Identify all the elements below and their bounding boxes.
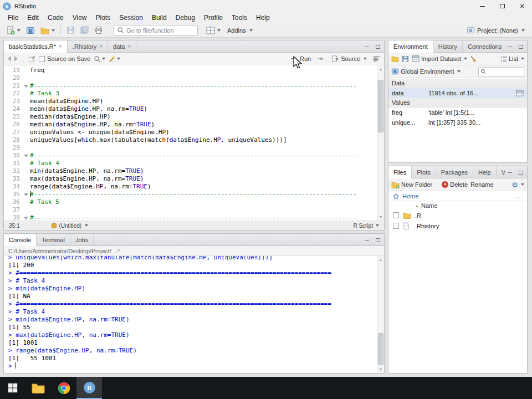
tab-connections[interactable]: Connections [463,40,505,53]
save-button[interactable] [65,25,76,35]
list-view-button[interactable]: List [500,55,524,62]
pane-layout-button[interactable] [204,25,222,35]
checkbox-icon[interactable] [39,56,45,62]
fold-icon[interactable] [23,191,30,198]
save-all-button[interactable] [79,25,90,35]
scroll-down-icon[interactable]: ▼ [377,213,384,221]
pane-minimize-icon[interactable] [362,236,371,244]
code-editor[interactable]: 19freq2021#-----------------------------… [4,65,377,221]
pane-maximize-icon[interactable] [516,168,525,176]
print-button[interactable] [93,25,105,35]
scope-selector[interactable]: (Untitled) [52,223,88,229]
menu-tools[interactable]: Tools [227,12,252,23]
popout-icon[interactable] [28,55,35,63]
tab-files[interactable]: Files [388,166,412,178]
pane-minimize-icon[interactable] [505,168,514,176]
file-row[interactable]: .R [388,210,527,221]
pane-maximize-icon[interactable] [374,43,382,50]
file-name[interactable]: .Rhistory [415,223,439,229]
menu-view[interactable]: View [68,12,91,23]
editor-scrollbar[interactable]: ▲ ▼ [377,65,384,221]
tab-basicstatistics-r[interactable]: basicStatistics.R*× [4,40,68,53]
env-object-row[interactable]: freq'table' int [1:5(1... [388,108,527,117]
scroll-up-icon[interactable]: ▲ [377,256,384,263]
minimize-button[interactable] [472,0,492,12]
taskbar-chrome-button[interactable] [51,377,76,399]
menu-file[interactable]: File [3,12,23,23]
menu-profile[interactable]: Profile [200,12,227,23]
tab-close-icon[interactable]: × [128,44,131,49]
tab-environment[interactable]: Environment [388,40,433,53]
close-button[interactable]: ✕ [512,0,532,12]
source-on-save-checkbox[interactable]: Source on Save [39,55,90,62]
fold-icon[interactable] [23,214,30,221]
menu-session[interactable]: Session [115,12,147,23]
sort-ascending-icon[interactable]: ▲ [415,204,419,208]
new-folder-button[interactable]: New Folder [391,181,432,188]
view-data-icon[interactable] [514,90,524,96]
pane-minimize-icon[interactable] [505,43,514,50]
tab-console[interactable]: Console [4,234,37,246]
file-name[interactable]: .R [415,212,421,219]
tab-history[interactable]: History [433,40,463,53]
menu-code[interactable]: Code [43,12,68,23]
taskbar-file-explorer-button[interactable] [25,377,51,399]
tab-plots[interactable]: Plots [412,166,436,178]
column-header-name[interactable]: Name [421,202,437,209]
menu-plots[interactable]: Plots [91,12,115,23]
find-replace-icon[interactable] [94,55,105,63]
fold-icon[interactable] [23,152,30,160]
delete-button[interactable]: ✕ Delete [442,181,468,188]
load-workspace-icon[interactable] [391,55,399,62]
tab-terminal[interactable]: Terminal [37,234,70,246]
pane-maximize-icon[interactable] [516,43,525,50]
taskbar-start-button[interactable] [0,377,25,399]
fold-icon[interactable] [23,82,30,90]
menu-debug[interactable]: Debug [171,12,200,23]
console-output[interactable]: > uniqueValues[which.max(tabulate(match(… [4,256,377,373]
environment-search-input[interactable] [488,69,522,75]
env-object-row[interactable]: data11914 obs. of 16... [388,88,527,98]
import-dataset-button[interactable]: Import Dataset [412,55,467,62]
menu-edit[interactable]: Edit [23,12,43,23]
menu-build[interactable]: Build [147,12,171,23]
tab-viewer[interactable]: Viewer [497,166,505,178]
global-environment-selector[interactable]: R Global Environment [391,68,461,75]
menu-help[interactable]: Help [252,12,274,23]
scroll-up-icon[interactable]: ▲ [377,65,384,73]
new-file-button[interactable] [4,25,22,36]
save-workspace-icon[interactable] [402,55,409,63]
goto-file-box[interactable] [114,25,198,35]
tab-help[interactable]: Help [473,166,497,178]
scrollbar-thumb[interactable] [378,80,383,132]
more-button[interactable]: ⚙ [511,181,524,188]
maximize-button[interactable] [492,0,512,12]
file-type-selector[interactable]: R Script [353,223,379,229]
forward-icon[interactable] [14,56,18,62]
tab-jobs[interactable]: Jobs [70,234,94,246]
file-checkbox[interactable] [393,212,399,218]
new-project-button[interactable]: R [24,25,37,36]
environment-search-box[interactable] [478,67,524,76]
scrollbar-thumb[interactable] [378,333,383,365]
code-tools-icon[interactable] [109,55,120,63]
open-file-button[interactable] [39,25,57,35]
tab-packages[interactable]: Packages [436,166,473,178]
tab-close-icon[interactable]: × [59,44,62,49]
clear-objects-icon[interactable] [470,55,477,63]
taskbar-rstudio-button[interactable]: R [76,377,102,399]
breadcrumb-home[interactable]: Home [402,193,418,200]
tab-data[interactable]: data× [108,40,136,53]
goto-file-input[interactable] [126,27,191,34]
rerun-icon[interactable] [317,55,325,62]
home-icon[interactable] [392,193,400,200]
pane-maximize-icon[interactable] [374,236,382,244]
env-object-row[interactable]: unique...int [1:357] 335 30... [388,117,527,127]
scroll-down-icon[interactable]: ▼ [377,366,384,373]
back-icon[interactable] [8,56,11,62]
pane-minimize-icon[interactable] [362,43,371,50]
addins-button[interactable]: Addins [224,26,255,35]
project-selector[interactable]: R Project: (None) [464,25,528,35]
file-checkbox[interactable] [393,223,399,229]
goto-directory-icon[interactable] [115,248,121,254]
